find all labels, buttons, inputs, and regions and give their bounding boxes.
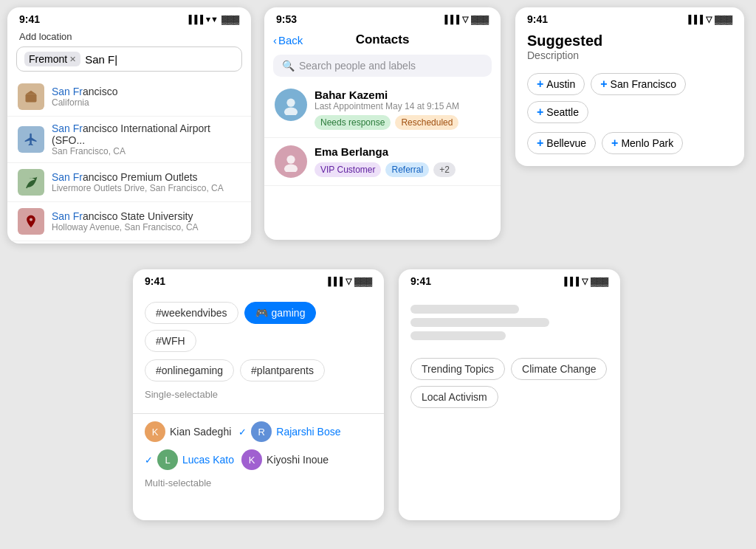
status-bar-4: 9:41 ▐▐▐ ▽ ▓▓▓	[133, 269, 384, 290]
location-chip-seattle[interactable]: + Seattle	[527, 101, 588, 123]
wifi-icon: ▽	[582, 277, 588, 286]
contacts-search[interactable]: 🔍 Search people and labels	[273, 55, 492, 77]
signal-icon: ▐▐▐	[686, 15, 703, 24]
signal-icon: ▐▐▐	[326, 277, 343, 286]
wifi-icon: ▽	[346, 277, 351, 286]
check-icon: ✓	[145, 455, 153, 466]
list-item[interactable]: San Francisco California	[7, 77, 251, 117]
search-icon: 🔍	[282, 60, 295, 72]
avatar: K	[241, 449, 262, 470]
signal-icon: ▐▐▐	[186, 15, 203, 24]
location-chip-sf[interactable]: + San Francisco	[591, 73, 686, 95]
status-bar-3: 9:41 ▐▐▐ ▽ ▓▓▓	[515, 7, 744, 28]
back-button[interactable]: ‹ Back	[273, 34, 303, 46]
person-kian[interactable]: K Kian Sadeghi	[145, 421, 231, 442]
tag-gaming[interactable]: 🎮 gaming	[244, 302, 317, 324]
battery-icon: ▓▓▓	[354, 277, 372, 286]
list-item[interactable]: San Francisco Premium Outlets Livermore …	[7, 163, 251, 202]
time-5: 9:41	[410, 275, 431, 287]
plus-icon: +	[537, 106, 543, 119]
add-location-card: 9:41 ▐▐▐ ▾▼ ▓▓▓ Add location Fremont ✕ S…	[7, 7, 251, 244]
contacts-header: ‹ Back Contacts	[264, 28, 501, 50]
badge-row: VIP Customer Referral +2	[315, 162, 456, 177]
tag-fremont[interactable]: Fremont ✕	[24, 52, 80, 66]
location-chips-row2: + Bellevue + Menlo Park	[515, 128, 744, 159]
search-placeholder: Search people and labels	[299, 60, 416, 72]
tag-plantparents[interactable]: #plantparents	[240, 359, 325, 381]
tag-wfh[interactable]: #WFH	[145, 330, 196, 352]
status-bar-1: 9:41 ▐▐▐ ▾▼ ▓▓▓	[7, 7, 251, 28]
tag-weekendvibes[interactable]: #weekendvibes	[145, 302, 238, 324]
location-name: San Francisco Premium Outlets	[52, 171, 224, 183]
badge-row: Needs response Rescheduled	[315, 115, 459, 130]
wifi-icon: ▽	[706, 15, 712, 24]
status-icons-5: ▐▐▐ ▽ ▓▓▓	[562, 277, 608, 286]
battery-icon: ▓▓▓	[221, 15, 239, 24]
location-name: San Francisco State University	[52, 210, 199, 222]
contact-row[interactable]: Bahar Kazemi Last Appointment May 14 at …	[264, 81, 501, 138]
location-sub: Livermore Outlets Drive, San Francisco, …	[52, 183, 224, 193]
contact-name: Ema Berlanga	[315, 145, 456, 158]
svg-marker-1	[26, 91, 37, 94]
single-selectable-label: Single-selectable	[145, 389, 372, 400]
avatar: K	[145, 421, 165, 442]
avatar: R	[251, 421, 272, 442]
tag-onlinegaming[interactable]: #onlinegaming	[145, 359, 234, 381]
topic-chip-trending[interactable]: Trending Topics	[410, 358, 505, 380]
location-thumb	[18, 83, 44, 110]
location-chip-bellevue[interactable]: + Bellevue	[527, 132, 596, 154]
time-2: 9:53	[276, 13, 297, 25]
battery-icon: ▓▓▓	[715, 15, 732, 24]
people-row: K Kian Sadeghi ✓ R Rajarshi Bose	[133, 421, 384, 442]
badge-referral: Referral	[385, 162, 429, 177]
location-chip-austin[interactable]: + Austin	[527, 73, 585, 95]
badge-needs-response: Needs response	[315, 115, 391, 130]
location-chip-menlopark[interactable]: + Menlo Park	[602, 132, 683, 154]
contact-sub: Last Appointment May 14 at 9:15 AM	[315, 101, 459, 111]
badge-rescheduled: Rescheduled	[395, 115, 458, 130]
badge-vip: VIP Customer	[315, 162, 381, 177]
suggested-desc: Description	[515, 49, 744, 69]
list-item[interactable]: San Francisco International Airport (SFO…	[7, 117, 251, 163]
status-icons-2: ▐▐▐ ▽ ▓▓▓	[442, 15, 489, 24]
status-icons-3: ▐▐▐ ▽ ▓▓▓	[686, 15, 732, 24]
svg-point-2	[286, 99, 295, 107]
suggested-title: Suggested	[515, 28, 744, 49]
selectable-tags-card: 9:41 ▐▐▐ ▽ ▓▓▓ #weekendvibes 🎮 gaming #W…	[133, 269, 384, 520]
check-icon: ✓	[238, 427, 247, 438]
wifi-icon: ▾▼	[206, 15, 219, 24]
input-text: San F|	[85, 53, 117, 66]
list-item[interactable]: San Francisco State University Holloway …	[7, 202, 251, 241]
topic-chip-activism[interactable]: Local Activism	[410, 386, 498, 408]
skeleton-line	[410, 331, 506, 340]
avatar: L	[157, 449, 178, 470]
multi-selectable-label: Multi-selectable	[133, 470, 384, 488]
location-sub: California	[52, 97, 117, 108]
location-chips: + Austin + San Francisco + Seattle	[515, 69, 744, 128]
person-kiyoshi[interactable]: K Kiyoshi Inoue	[241, 449, 329, 470]
location-sub: San Francisco, CA	[52, 146, 241, 156]
topic-chips: Trending Topics Climate Change Local Act…	[399, 352, 620, 414]
wifi-icon: ▽	[462, 15, 468, 24]
svg-point-5	[284, 165, 298, 173]
svg-point-3	[284, 108, 298, 116]
contact-name: Bahar Kazemi	[315, 89, 459, 101]
contact-row[interactable]: Ema Berlanga VIP Customer Referral +2	[264, 138, 501, 186]
trending-topics-card: 9:41 ▐▐▐ ▽ ▓▓▓ Trending Topics Climate C…	[399, 269, 620, 520]
signal-icon: ▐▐▐	[442, 15, 459, 24]
skeleton-line	[410, 318, 549, 327]
person-rajarshi[interactable]: ✓ R Rajarshi Bose	[238, 421, 340, 442]
battery-icon: ▓▓▓	[471, 15, 489, 24]
time-1: 9:41	[19, 13, 40, 25]
status-bar-5: 9:41 ▐▐▐ ▽ ▓▓▓	[399, 269, 620, 290]
plus-icon: +	[537, 137, 543, 150]
avatar	[275, 89, 307, 121]
plus-icon: +	[600, 77, 607, 91]
person-lucas[interactable]: ✓ L Lucas Kato	[145, 449, 234, 470]
avatar	[275, 145, 307, 178]
location-name: San Francisco	[52, 86, 117, 97]
people-row-2: ✓ L Lucas Kato K Kiyoshi Inoue	[133, 449, 384, 470]
topic-chip-climate[interactable]: Climate Change	[511, 358, 607, 380]
location-input[interactable]: Fremont ✕ San F|	[16, 46, 242, 72]
remove-fremont-icon[interactable]: ✕	[69, 55, 76, 64]
